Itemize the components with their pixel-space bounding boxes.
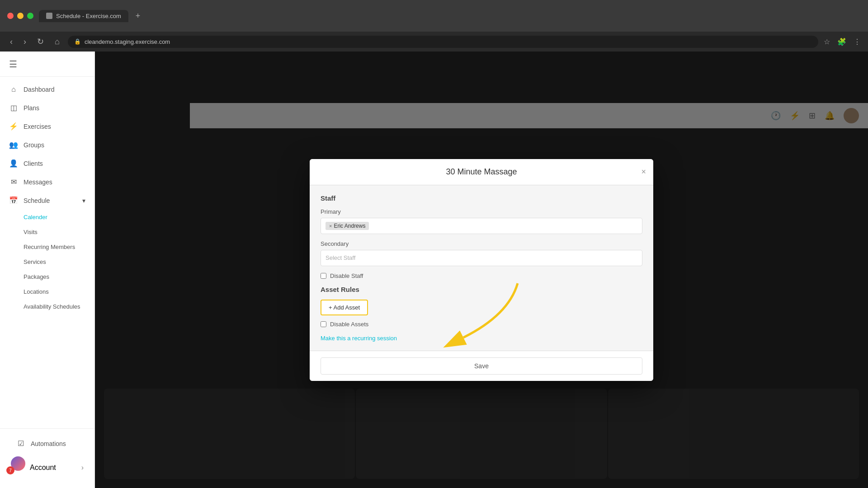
bookmark-icon[interactable]: ☆ — [824, 38, 830, 46]
traffic-lights — [7, 13, 33, 19]
navigation-bar: ‹ › ↻ ⌂ 🔒 cleandemo.staging.exercise.com… — [0, 32, 868, 52]
sidebar-subitem-recurring-members[interactable]: Recurring Members — [0, 239, 94, 254]
asset-rules-title: Asset Rules — [321, 286, 642, 293]
save-button[interactable]: Save — [321, 357, 642, 375]
sidebar-subitem-locations[interactable]: Locations — [0, 284, 94, 299]
sidebar-subitem-availability[interactable]: Availability Schedules — [0, 299, 94, 314]
secondary-staff-input[interactable]: Select Staff — [321, 250, 642, 266]
sidebar-label-clients: Clients — [24, 160, 43, 167]
app-container: ☰ ⌂ Dashboard ◫ Plans ⚡ Exercises 👥 Grou… — [0, 52, 868, 488]
modal-title: 30 Minute Massage — [446, 167, 517, 176]
secondary-field-group: Secondary Select Staff — [321, 240, 642, 266]
sidebar-header: ☰ — [0, 52, 94, 77]
menu-icon[interactable]: ⋮ — [854, 38, 861, 46]
groups-icon: 👥 — [9, 141, 18, 149]
sidebar-item-plans[interactable]: ◫ Plans — [0, 99, 94, 117]
tab-favicon — [46, 13, 52, 19]
fullscreen-window-btn[interactable] — [27, 13, 33, 19]
modal-close-button[interactable]: × — [641, 167, 646, 177]
sidebar-label-automations: Automations — [31, 440, 66, 447]
disable-assets-row: Disable Assets — [321, 321, 642, 328]
sidebar-nav: ⌂ Dashboard ◫ Plans ⚡ Exercises 👥 Groups… — [0, 77, 94, 428]
account-badge: 7 — [6, 466, 14, 474]
exercises-icon: ⚡ — [9, 122, 18, 131]
sidebar-bottom: ☑ Automations 7 Account › — [0, 428, 94, 488]
tab-title: Schedule - Exercise.com — [56, 13, 121, 19]
sidebar-item-schedule[interactable]: 📅 Schedule ▾ — [0, 191, 94, 210]
schedule-arrow-icon: ▾ — [82, 197, 85, 204]
address-bar[interactable]: 🔒 cleandemo.staging.exercise.com — [68, 36, 818, 48]
browser-nav-icons: ☆ 🧩 ⋮ — [824, 38, 861, 46]
messages-icon: ✉ — [9, 178, 18, 186]
sidebar-sublabel-locations: Locations — [24, 288, 49, 295]
dashboard-icon: ⌂ — [9, 85, 18, 94]
primary-field-group: Primary × Eric Andrews — [321, 208, 642, 234]
tag-label: Eric Andrews — [334, 223, 365, 229]
plans-icon: ◫ — [9, 103, 18, 112]
sidebar-item-dashboard[interactable]: ⌂ Dashboard — [0, 80, 94, 99]
disable-assets-label: Disable Assets — [330, 321, 368, 328]
sidebar-sublabel-packages: Packages — [24, 273, 49, 280]
sidebar-subitem-services[interactable]: Services — [0, 254, 94, 269]
sidebar-label-plans: Plans — [24, 104, 39, 112]
sidebar-subitem-visits[interactable]: Visits — [0, 225, 94, 239]
sidebar-item-account[interactable]: 7 Account › — [7, 453, 87, 483]
sidebar-subitem-packages[interactable]: Packages — [0, 269, 94, 284]
recurring-session-link[interactable]: Make this a recurring session — [321, 335, 642, 342]
main-content: 🕐 ⚡ ⊞ 🔔 — [95, 52, 868, 488]
reload-button[interactable]: ↻ — [34, 36, 47, 47]
close-window-btn[interactable] — [7, 13, 14, 19]
sidebar-item-groups[interactable]: 👥 Groups — [0, 136, 94, 154]
sidebar: ☰ ⌂ Dashboard ◫ Plans ⚡ Exercises 👥 Grou… — [0, 52, 95, 488]
clients-icon: 👤 — [9, 159, 18, 168]
sidebar-label-account: Account — [30, 464, 56, 472]
secondary-placeholder: Select Staff — [326, 254, 355, 261]
sidebar-sublabel-services: Services — [24, 258, 46, 265]
account-arrow-icon: › — [81, 464, 84, 472]
disable-staff-row: Disable Staff — [321, 272, 642, 279]
primary-label: Primary — [321, 208, 642, 215]
staff-section: Staff Primary × Eric Andrews Se — [321, 194, 642, 279]
staff-section-title: Staff — [321, 194, 642, 202]
modal-dialog: 30 Minute Massage × Staff Primary × Eric — [310, 159, 653, 381]
modal-footer: Save — [310, 351, 653, 381]
sidebar-label-messages: Messages — [24, 178, 52, 186]
sidebar-label-groups: Groups — [24, 141, 44, 149]
sidebar-item-clients[interactable]: 👤 Clients — [0, 154, 94, 173]
sidebar-label-dashboard: Dashboard — [24, 86, 55, 93]
back-button[interactable]: ‹ — [7, 36, 15, 47]
browser-chrome: Schedule - Exercise.com + — [0, 0, 868, 32]
sidebar-label-schedule: Schedule — [24, 197, 50, 204]
eric-andrews-tag: × Eric Andrews — [326, 222, 369, 230]
modal-body: Staff Primary × Eric Andrews Se — [310, 185, 653, 351]
schedule-icon: 📅 — [9, 196, 18, 205]
remove-tag-button[interactable]: × — [329, 223, 332, 229]
hamburger-menu-button[interactable]: ☰ — [9, 59, 17, 70]
sidebar-item-automations[interactable]: ☑ Automations — [7, 434, 87, 453]
extensions-icon[interactable]: 🧩 — [837, 38, 846, 46]
sidebar-sublabel-visits: Visits — [24, 229, 38, 235]
sidebar-sublabel-recurring-members: Recurring Members — [24, 244, 75, 250]
sidebar-item-messages[interactable]: ✉ Messages — [0, 173, 94, 191]
modal-overlay: 30 Minute Massage × Staff Primary × Eric — [95, 52, 868, 488]
add-asset-button[interactable]: + Add Asset — [321, 300, 368, 315]
disable-staff-label: Disable Staff — [330, 272, 363, 279]
sidebar-item-exercises[interactable]: ⚡ Exercises — [0, 117, 94, 136]
sidebar-sublabel-availability: Availability Schedules — [24, 303, 80, 310]
forward-button[interactable]: › — [21, 36, 29, 47]
asset-rules-section: Asset Rules + Add Asset Disable Assets — [321, 286, 642, 328]
automations-icon: ☑ — [16, 439, 25, 448]
primary-staff-input[interactable]: × Eric Andrews — [321, 218, 642, 234]
secondary-label: Secondary — [321, 240, 642, 247]
new-tab-button[interactable]: + — [132, 9, 144, 23]
sidebar-subitem-calendar[interactable]: Calender — [0, 210, 94, 225]
modal-header: 30 Minute Massage × — [310, 159, 653, 185]
home-button[interactable]: ⌂ — [52, 36, 62, 47]
disable-staff-checkbox[interactable] — [321, 273, 326, 279]
schedule-left: 📅 Schedule — [9, 196, 50, 205]
disable-assets-checkbox[interactable] — [321, 321, 326, 327]
tab-bar: Schedule - Exercise.com + — [39, 9, 861, 23]
browser-tab[interactable]: Schedule - Exercise.com — [39, 10, 128, 22]
url-text: cleandemo.staging.exercise.com — [85, 38, 170, 45]
minimize-window-btn[interactable] — [17, 13, 24, 19]
